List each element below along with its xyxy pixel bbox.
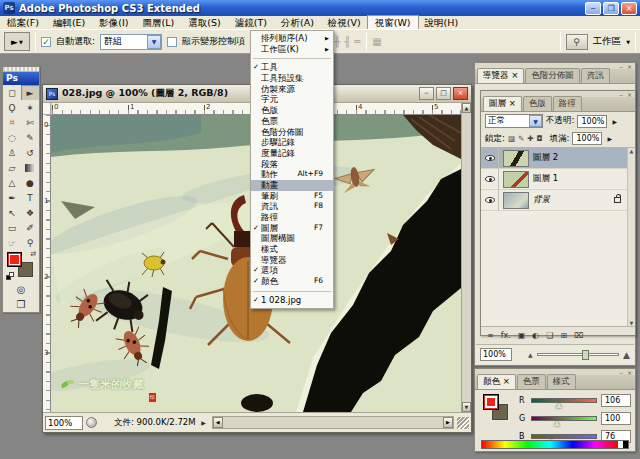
current-tool-button[interactable]: ► ▼ [4, 32, 30, 51]
panel-tab[interactable]: 圖層 × [483, 96, 522, 111]
menubar-item[interactable]: 圖層(L) [136, 16, 182, 29]
visibility-cell[interactable] [481, 190, 499, 211]
combo-dropdown-icon[interactable]: ▼ [529, 115, 542, 127]
auto-select-checkbox[interactable]: ✓ [41, 37, 51, 47]
eyedropper-tool[interactable]: ✐ [21, 220, 39, 235]
panel-tab[interactable]: 導覽器 × [477, 68, 524, 83]
scroll-up-icon[interactable]: ▲ [462, 103, 471, 113]
adjustment-layer-icon[interactable]: ◐ [532, 331, 539, 340]
swap-colors-icon[interactable]: ⇄ [30, 250, 36, 258]
lock-position-icon[interactable]: ✚ [527, 134, 533, 143]
visibility-cell[interactable] [481, 169, 499, 190]
auto-align-icon[interactable]: ▦ [372, 36, 382, 47]
history-brush-tool[interactable]: ↺ [21, 145, 39, 160]
menubar-item[interactable]: 視窗(W) [368, 16, 418, 29]
menubar-item[interactable]: 選取(S) [181, 16, 227, 29]
window-menu-item[interactable]: 資訊 F8 [251, 201, 333, 212]
doc-minimize-button[interactable]: ‒ [419, 87, 434, 100]
notes-tool[interactable]: ▭ [3, 220, 21, 235]
panel-minimize-icon[interactable]: ‒ [619, 91, 623, 98]
move-tool[interactable]: ► [21, 85, 39, 100]
restore-button[interactable]: ❐ [603, 2, 619, 15]
show-transform-checkbox[interactable] [167, 37, 177, 47]
status-menu-icon[interactable]: ▶ [199, 416, 209, 429]
panel-tab[interactable]: 資訊 [581, 68, 610, 83]
blend-mode-combo[interactable]: 正常 ▼ [485, 114, 543, 128]
black-swatch[interactable] [623, 441, 628, 448]
doc-maximize-button[interactable]: □ [436, 87, 451, 100]
scroll-right-icon[interactable]: ▶ [443, 417, 453, 428]
type-tool[interactable]: T [21, 190, 39, 205]
zoom-out-icon[interactable]: ▲ [528, 351, 533, 358]
vertical-scrollbar[interactable]: ▲ ▼ [461, 103, 471, 412]
window-menu-item[interactable]: 工具預設集 [251, 73, 333, 84]
layer-style-icon[interactable]: fx. [501, 331, 511, 340]
slider-thumb-icon[interactable] [556, 403, 562, 408]
window-menu-item[interactable] [253, 287, 331, 292]
menubar-item[interactable]: 影像(I) [92, 16, 135, 29]
slice-tool[interactable]: ✄ [21, 115, 39, 130]
navigator-zoom-field[interactable]: 100% [480, 348, 512, 361]
layer-list-scrollbar[interactable]: ▲ ▼ [627, 148, 635, 326]
window-menu-item[interactable]: 動作 Alt+F9 [251, 169, 333, 180]
green-slider[interactable] [531, 416, 597, 421]
layer-row[interactable]: 圖層 1 [481, 169, 635, 190]
layer-row[interactable]: 背景 [481, 190, 635, 211]
layer-group-icon[interactable]: ❏ [546, 331, 553, 340]
slider-thumb-icon[interactable] [554, 421, 560, 426]
menubar-item[interactable]: 編輯(E) [46, 16, 92, 29]
menubar-item[interactable]: 檔案(F) [0, 16, 46, 29]
opacity-field[interactable]: 100% [577, 115, 607, 128]
new-layer-icon[interactable]: ⊞ [560, 331, 567, 340]
panel-minimize-icon[interactable]: ‒ [619, 369, 623, 376]
gradient-tool[interactable] [21, 160, 39, 175]
horizontal-scrollbar[interactable]: ◀ ▶ [212, 416, 454, 429]
combo-dropdown-icon[interactable]: ▼ [147, 35, 161, 49]
delete-layer-icon[interactable]: ⌧ [574, 331, 583, 340]
brush-tool[interactable]: ✎ [21, 130, 39, 145]
zoom-field[interactable]: 100% [45, 416, 83, 430]
color-spectrum-ramp[interactable] [481, 440, 629, 449]
path-selection-tool[interactable]: ↖ [3, 205, 21, 220]
blur-tool[interactable]: △ [3, 175, 21, 190]
window-menu-item[interactable]: 色票 [251, 116, 333, 127]
auto-select-combo[interactable]: 群組 ▼ [100, 34, 162, 50]
panel-tab[interactable]: 色階分佈圖 [525, 68, 580, 83]
lock-all-icon[interactable]: ◘ [537, 134, 543, 143]
slider-thumb[interactable] [582, 350, 589, 360]
visibility-cell[interactable] [481, 148, 499, 169]
eraser-tool[interactable]: ▱ [3, 160, 21, 175]
pen-tool[interactable]: ✒ [3, 190, 21, 205]
scroll-down-icon[interactable]: ▼ [462, 402, 471, 412]
window-menu-item[interactable]: ✓ 工具 [251, 62, 333, 73]
panel-close-icon[interactable]: × [627, 63, 632, 70]
minimize-button[interactable]: ‒ [585, 2, 601, 15]
workspace-dropdown-icon[interactable]: ▼ [626, 39, 630, 45]
lasso-tool[interactable]: Ϙ [3, 100, 21, 115]
magic-wand-tool[interactable]: ✶ [21, 100, 39, 115]
resize-grip[interactable] [457, 417, 469, 429]
scroll-up-icon[interactable]: ▲ [628, 148, 635, 154]
clone-stamp-tool[interactable]: ♙ [3, 145, 21, 160]
opacity-spinner-icon[interactable]: ▶ [610, 115, 619, 128]
red-slider[interactable] [531, 398, 597, 403]
scroll-down-icon[interactable]: ▼ [628, 320, 635, 326]
window-menu-item[interactable]: 段落 [251, 159, 333, 170]
scroll-left-icon[interactable]: ◀ [213, 417, 223, 428]
window-menu-item[interactable]: 路徑 [251, 212, 333, 223]
panel-tab[interactable]: 路徑 [553, 96, 582, 111]
default-colors-icon[interactable] [6, 272, 15, 280]
lock-paint-icon[interactable]: ✎ [518, 134, 524, 143]
menubar-item[interactable]: 濾鏡(T) [228, 16, 274, 29]
fill-spinner-icon[interactable]: ▶ [605, 132, 614, 145]
hand-tool[interactable]: ☞ [3, 235, 21, 250]
window-menu-item[interactable]: 色階分佈圖 [251, 127, 333, 138]
spectrum-gradient[interactable] [482, 441, 618, 448]
panel-tab[interactable]: 顏色 × [477, 374, 516, 389]
menubar-item[interactable]: 說明(H) [418, 16, 466, 29]
panel-close-icon[interactable]: × [627, 369, 632, 376]
custom-shape-tool[interactable]: ❖ [21, 205, 39, 220]
window-menu-item[interactable]: 工作區(K) ▶ [251, 44, 333, 55]
window-menu-item[interactable]: 仿製來源 [251, 84, 333, 95]
blue-slider[interactable] [531, 434, 597, 439]
